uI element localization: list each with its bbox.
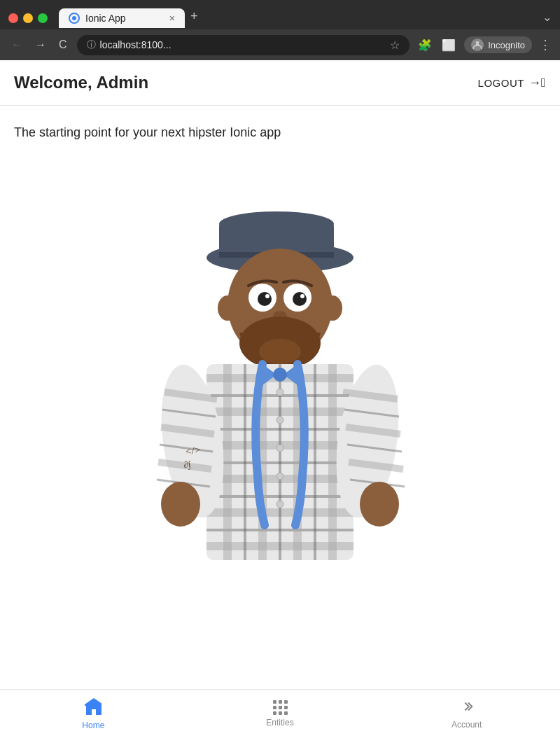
svg-point-61 xyxy=(276,417,284,424)
entities-tab-label: Entities xyxy=(266,718,293,727)
character-illustration: </> ∂∫ xyxy=(14,154,546,574)
account-tab-label: Account xyxy=(451,720,482,730)
tab-entities[interactable]: Entities xyxy=(187,695,374,733)
traffic-lights xyxy=(8,13,48,23)
browser-chrome: Ionic App × + ⌄ ← → C ⓘ localhost:8100..… xyxy=(0,0,560,60)
svg-point-2 xyxy=(479,43,479,43)
svg-point-10 xyxy=(323,295,342,321)
tagline-text: The starting point for your next hipster… xyxy=(14,125,546,140)
home-tab-label: Home xyxy=(82,720,104,730)
svg-point-15 xyxy=(265,294,270,298)
app-header: Welcome, Admin LOGOUT →⃞ xyxy=(0,60,560,106)
svg-point-62 xyxy=(276,445,284,452)
address-text: localhost:8100... xyxy=(100,39,172,50)
cast-icon[interactable]: ⬜ xyxy=(440,37,457,53)
incognito-button[interactable]: Incognito xyxy=(464,36,532,53)
back-button[interactable]: ← xyxy=(8,36,25,54)
svg-point-19 xyxy=(259,339,301,364)
address-bar-row: ← → C ⓘ localhost:8100... ☆ 🧩 ⬜ Incogni xyxy=(0,29,560,60)
active-tab[interactable]: Ionic App × xyxy=(59,8,185,28)
logout-label: LOGOUT xyxy=(478,77,524,89)
address-field[interactable]: ⓘ localhost:8100... ☆ xyxy=(77,35,410,55)
tab-home[interactable]: Home xyxy=(0,692,187,736)
svg-point-16 xyxy=(300,294,304,298)
home-tab-icon xyxy=(85,698,102,718)
info-icon: ⓘ xyxy=(87,39,96,51)
bookmark-icon[interactable]: ☆ xyxy=(390,39,400,52)
close-button[interactable] xyxy=(8,13,18,23)
forward-button[interactable]: → xyxy=(32,36,49,54)
tab-chevron-icon[interactable]: ⌄ xyxy=(542,11,552,28)
more-options-icon[interactable]: ⋮ xyxy=(539,37,552,53)
svg-point-60 xyxy=(276,389,284,396)
incognito-label: Incognito xyxy=(488,40,525,50)
svg-point-13 xyxy=(258,292,272,306)
tab-title: Ionic App xyxy=(85,13,126,24)
svg-point-57 xyxy=(273,368,287,382)
logout-icon: →⃞ xyxy=(528,76,546,90)
tab-favicon xyxy=(69,13,80,24)
refresh-button[interactable]: C xyxy=(56,36,70,54)
tab-bar: Ionic App × + ⌄ xyxy=(59,8,552,28)
svg-point-63 xyxy=(276,473,284,480)
app-content: Welcome, Admin LOGOUT →⃞ The starting po… xyxy=(0,60,560,691)
toolbar-icons: 🧩 ⬜ Incognito ⋮ xyxy=(416,36,552,53)
welcome-heading: Welcome, Admin xyxy=(14,73,148,92)
tab-close-button[interactable]: × xyxy=(169,13,175,24)
main-content: The starting point for your next hipster… xyxy=(0,106,560,691)
minimize-button[interactable] xyxy=(23,13,33,23)
incognito-avatar-icon xyxy=(471,39,484,51)
svg-point-9 xyxy=(218,295,237,321)
new-tab-button[interactable]: + xyxy=(190,9,198,28)
maximize-button[interactable] xyxy=(38,13,48,23)
extensions-icon[interactable]: 🧩 xyxy=(416,37,433,53)
svg-point-64 xyxy=(276,501,284,508)
logout-button[interactable]: LOGOUT →⃞ xyxy=(478,76,546,90)
title-bar: Ionic App × + ⌄ xyxy=(0,0,560,29)
account-tab-icon xyxy=(459,699,475,717)
svg-point-53 xyxy=(161,482,200,527)
tab-account[interactable]: Account xyxy=(373,693,560,735)
bottom-tab-nav: Home Entities Account xyxy=(0,689,560,738)
entities-tab-icon xyxy=(273,700,288,715)
svg-point-54 xyxy=(360,482,399,527)
svg-point-1 xyxy=(475,43,476,43)
svg-point-14 xyxy=(293,292,307,306)
